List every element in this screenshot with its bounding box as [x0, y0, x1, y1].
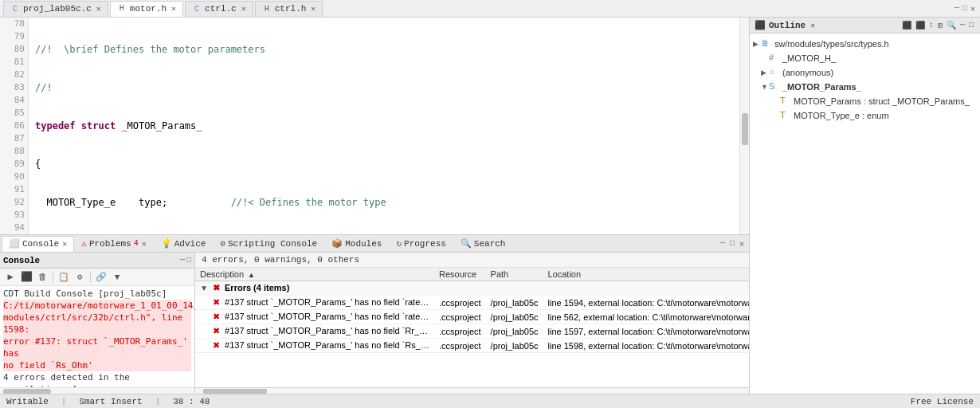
tab-motor-h[interactable]: H motor.h ✕	[110, 1, 183, 17]
console-stop-icon[interactable]: ⬛	[19, 271, 33, 283]
minimize-icon[interactable]: ─	[955, 4, 959, 13]
outline-panel: ⬛ Outline ✕ ⬛ ⬛ ↕ ⊞ 🔍 ─ □ ▶	[749, 18, 980, 394]
error-location-1: line 1594, external location: C:\ti\moto…	[543, 296, 749, 310]
tab-close-icon[interactable]: ✕	[311, 4, 316, 14]
code-content[interactable]: //! \brief Defines the motor parameters …	[29, 18, 739, 234]
tab-close-icon[interactable]: ✕	[171, 4, 176, 14]
scrollbar-thumb[interactable]	[742, 113, 748, 145]
code-line-80: typedef struct _MOTOR_Params_	[35, 120, 739, 132]
outline-item-label: _MOTOR_H_	[782, 53, 836, 63]
line-num-90: 90	[0, 171, 25, 183]
tab-label: proj_lab05c.c	[23, 4, 92, 14]
outline-icon5[interactable]: 🔍	[945, 20, 958, 31]
console-tab-label: Console	[22, 239, 59, 249]
problems-tab-close[interactable]: ✕	[142, 239, 147, 249]
maximize-icon[interactable]: □	[962, 4, 967, 13]
console-scroll-thumb[interactable]	[3, 389, 51, 394]
outline-content[interactable]: ▶ 🗎 sw/modules/types/src/types.h # _MOTO…	[750, 33, 980, 394]
console-maximize-icon[interactable]: □	[186, 256, 191, 265]
outline-icon7[interactable]: □	[967, 20, 975, 30]
close-icon[interactable]: ✕	[970, 4, 975, 14]
outline-item-label: MOTOR_Type_e : enum	[794, 111, 889, 120]
col-location[interactable]: Location	[543, 268, 749, 281]
error-resource-4: .ccsproject	[434, 339, 486, 353]
console-scroll-indicator[interactable]	[0, 387, 194, 394]
outline-item-label: _MOTOR_Params_	[782, 82, 861, 92]
tab-proj-lab05c[interactable]: C proj_lab05c.c ✕	[3, 1, 108, 17]
console-settings-icon[interactable]: ▼	[110, 273, 124, 282]
editor-window-controls: ─ □ ✕	[955, 4, 980, 14]
error-desc-2: ✖ #137 struct `_MOTOR_Params_' has no fi…	[195, 310, 434, 324]
tab-ctrl-h[interactable]: H ctrl.h ✕	[255, 1, 323, 17]
outline-item-motor-type-e[interactable]: T MOTOR_Type_e : enum	[750, 108, 980, 123]
tab-search[interactable]: 🔍 Search	[453, 236, 513, 252]
bottom-minimize-icon[interactable]: ─	[719, 237, 727, 249]
outline-item-types-h[interactable]: ▶ 🗎 sw/modules/types/src/types.h	[750, 37, 980, 51]
tab-advice[interactable]: 💡 Advice	[154, 236, 214, 252]
outline-item-motor-h[interactable]: # _MOTOR_H_	[750, 51, 980, 65]
outline-icon1[interactable]: ⬛	[900, 20, 913, 31]
tab-ctrl-c[interactable]: C ctrl.c ✕	[185, 1, 253, 17]
console-toolbar-sep1	[53, 272, 53, 283]
col-path[interactable]: Path	[486, 268, 543, 281]
main-area: 78 79 80 81 82 83 84 85 86 87 88 89 90 9…	[0, 18, 980, 394]
outline-icon3[interactable]: ↕	[927, 20, 935, 30]
tab-modules[interactable]: 📦 Modules	[324, 236, 389, 252]
outline-item-motor-params-typedef[interactable]: T MOTOR_Params : struct _MOTOR_Params_	[750, 94, 980, 108]
line-num-79: 79	[0, 30, 25, 43]
line-num-91: 91	[0, 183, 25, 196]
col-resource[interactable]: Resource	[434, 268, 486, 281]
col-description[interactable]: Description ▲	[195, 268, 434, 281]
console-filter-icon[interactable]: ⚙	[73, 272, 87, 282]
tab-progress[interactable]: ↻ Progress	[389, 236, 453, 252]
error-desc-text-2: #137 struct `_MOTOR_Params_' has no fiel…	[225, 312, 434, 321]
table-header: Description ▲ Resource Path Location Typ…	[195, 268, 749, 281]
outline-panel-title: Outline	[769, 21, 806, 30]
error-icon-4: ✖	[213, 340, 220, 350]
error-location-2: line 562, external location: C:\ti\motor…	[543, 310, 749, 324]
h-file-icon-2: H	[262, 4, 272, 14]
tab-close-icon[interactable]: ✕	[241, 4, 246, 14]
outline-item-motor-params[interactable]: ▼ S _MOTOR_Params_	[750, 80, 980, 94]
tab-label: motor.h	[130, 4, 167, 14]
console-copy-icon[interactable]: 📋	[57, 272, 71, 282]
item-expand-icon: ▶	[761, 69, 769, 76]
outline-close-icon[interactable]: ✕	[810, 21, 815, 30]
group-expand-icon[interactable]: ▼	[200, 284, 208, 292]
line-num-93: 93	[0, 209, 25, 222]
console-link-icon[interactable]: 🔗	[94, 272, 108, 282]
status-insert-mode: Smart Insert	[79, 397, 142, 406]
table-row[interactable]: ✖ #137 struct `_MOTOR_Params_' has no fi…	[195, 339, 749, 353]
bottom-maximize-icon[interactable]: □	[728, 237, 736, 249]
console-tab-close[interactable]: ✕	[62, 239, 67, 249]
problems-tab-icon: ⚠	[81, 238, 87, 249]
line-num-80: 80	[0, 43, 25, 56]
outline-icon2[interactable]: ⬛	[914, 20, 927, 31]
editor-scrollbar[interactable]	[739, 18, 749, 234]
table-row[interactable]: ✖ #137 struct `_MOTOR_Params_' has no fi…	[195, 324, 749, 339]
bottom-close-icon[interactable]: ✕	[738, 237, 746, 250]
problems-hscroll[interactable]	[195, 387, 749, 394]
console-run-icon[interactable]: ▶	[3, 271, 18, 283]
line-num-88: 88	[0, 145, 25, 158]
outline-icon6[interactable]: ─	[958, 20, 966, 30]
enum-icon: T	[780, 110, 791, 121]
console-line-2: C:/ti/motorware/motorware_1_01_00_14/sw/…	[3, 300, 191, 371]
problems-table-container[interactable]: Description ▲ Resource Path Location Typ…	[195, 268, 749, 387]
outline-icon4[interactable]: ⊞	[936, 20, 944, 31]
console-output[interactable]: CDT Build Console [proj_lab05c] C:/ti/mo…	[0, 286, 194, 387]
table-row[interactable]: ✖ #137 struct `_MOTOR_Params_' has no fi…	[195, 296, 749, 310]
outline-item-anonymous[interactable]: ▶ ○ (anonymous)	[750, 65, 980, 80]
problems-hscroll-thumb[interactable]	[203, 389, 267, 394]
group-row-errors[interactable]: ▼ ✖ Errors (4 items)	[195, 281, 749, 296]
console-minimize-icon[interactable]: ─	[180, 256, 185, 265]
tab-close-icon[interactable]: ✕	[96, 4, 101, 14]
tab-scripting[interactable]: ⚙ Scripting Console	[213, 236, 324, 252]
tab-problems[interactable]: ⚠ Problems 4 ✕	[74, 236, 153, 252]
table-row[interactable]: ✖ #137 struct `_MOTOR_Params_' has no fi…	[195, 310, 749, 324]
tab-console[interactable]: ⬜ Console ✕	[2, 236, 74, 252]
modules-tab-icon: 📦	[331, 238, 343, 249]
search-tab-label: Search	[474, 239, 506, 249]
console-clear-icon[interactable]: 🗑	[35, 272, 49, 282]
problems-tbody: ▼ ✖ Errors (4 items) ✖	[195, 281, 749, 353]
